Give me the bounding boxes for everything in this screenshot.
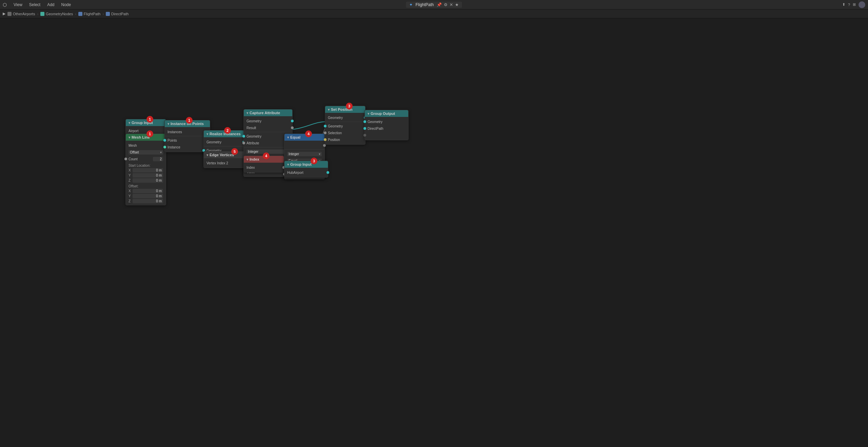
breadcrumb-label-4: DirectPath (111, 12, 129, 16)
upload-icon[interactable]: ⬆ (842, 2, 845, 7)
equal-integer-dropdown[interactable]: Integer (287, 152, 322, 156)
row-index-out: Index (244, 164, 284, 171)
badge-group-input-2: 3 (311, 158, 317, 164)
node-title-edge-vertices: Edge Vertices (210, 153, 234, 157)
socket-go-geom-in (363, 120, 366, 123)
socket-ca-result-out (291, 126, 294, 129)
badge-index: 4 (263, 153, 270, 159)
offset-dropdown[interactable]: Offset (129, 150, 163, 155)
settings-icon[interactable]: ⚙ (444, 2, 448, 7)
node-mesh-line[interactable]: ▾ Mesh Line Mesh Offset Count 2 Start Lo… (125, 134, 166, 205)
socket-ca-geom-out (291, 120, 294, 122)
socket-go-extra (363, 134, 366, 137)
node-row-airport: Airport (126, 127, 166, 134)
user-icon[interactable] (859, 1, 865, 8)
help-icon[interactable]: ? (848, 3, 850, 7)
breadcrumb-geometry-nodes[interactable]: GeometryNodes (40, 12, 73, 16)
nav-icon: ▶ (3, 12, 5, 16)
node-header-mesh-line: ▾ Mesh Line (126, 134, 166, 141)
badge-instance-on-points: 1 (186, 117, 193, 124)
socket-points-in (163, 139, 166, 142)
layout-icon[interactable]: ⊞ (853, 2, 856, 7)
close-icon[interactable]: ✕ (450, 2, 453, 7)
start-z-val[interactable]: 0 m (133, 178, 163, 183)
socket-sp-geom-in (324, 125, 327, 127)
node-body-index: Index (244, 163, 284, 172)
socket-ca-geom-in (242, 135, 245, 138)
row-sp-geom-out: Geometry (325, 114, 365, 121)
breadcrumb-bar: ▶ OtherAirports › GeometryNodes › Flight… (0, 9, 868, 18)
top-bar-right: ⬆ ? ⊞ (842, 1, 865, 8)
row-ca-result-out: Result (244, 124, 292, 131)
node-header-capture-attribute: ▾ Capture Attribute (244, 109, 292, 116)
node-edge-vertices[interactable]: ▾ Edge Vertices Vertex Index 2 (203, 151, 248, 168)
node-group-input-2[interactable]: ▾ Group Input HubAirport (284, 161, 328, 178)
top-bar: ⬡ View Select Add Node ✦ FlightPath 📌 ⚙ … (0, 0, 868, 9)
menu-view[interactable]: View (12, 2, 24, 8)
start-location-section: Start Location: (126, 162, 166, 168)
star-icon[interactable]: ★ (455, 2, 459, 7)
row-geom-out: Geometry (204, 139, 244, 145)
menu-node[interactable]: Node (60, 2, 73, 8)
socket-go-directpath-in (363, 127, 366, 130)
offset-z-row: Z 0 m (126, 199, 166, 204)
mesh-icon (7, 12, 12, 16)
badge-edge-vertices: 5 (231, 148, 238, 155)
offset-y-val[interactable]: 0 m (133, 194, 163, 198)
node-canvas[interactable]: ▾ Group Input Airport 1 ▾ Mesh Line Mesh… (0, 18, 868, 447)
row-sp-pos-in: Position (325, 136, 365, 143)
menu-add[interactable]: Add (46, 2, 56, 8)
data-icon-2 (106, 12, 110, 16)
start-y-row: Y 0 m (126, 173, 166, 178)
row-hubairport-out: HubAirport (284, 169, 328, 176)
row-go-geom-in: Geometry (365, 118, 408, 125)
row-go-extra (365, 132, 408, 139)
row-ca-geom-out: Geometry (244, 118, 292, 124)
start-x-val[interactable]: 0 m (133, 168, 163, 172)
row-sp-sel-in: Selection (325, 129, 365, 136)
title-icon: ✦ (409, 2, 413, 7)
row-equal-out (284, 142, 324, 149)
start-y-val[interactable]: 0 m (133, 173, 163, 178)
node-header-group-output: ▾ Group Output (365, 110, 408, 117)
blender-logo[interactable]: ⬡ (3, 2, 7, 7)
offset-z-val[interactable]: 0 m (133, 199, 163, 203)
node-header-edge-vertices: ▾ Edge Vertices (204, 151, 247, 158)
socket-hubairport-out (327, 171, 329, 174)
offset-x-row: X 0 m (126, 188, 166, 194)
node-row-count: Count 2 (126, 156, 166, 162)
breadcrumb-sep-1: › (37, 12, 38, 16)
nodes-icon (40, 12, 44, 16)
breadcrumb-directpath[interactable]: DirectPath (106, 12, 129, 16)
node-row-mesh-out: Mesh (126, 142, 166, 149)
node-body-group-output: Geometry DirectPath (365, 117, 408, 140)
badge-group-input-1: 1 (146, 116, 153, 123)
socket-instance-in (163, 146, 166, 148)
breadcrumb-other-airports[interactable]: OtherAirports (7, 12, 35, 16)
badge-realize-instances: 2 (224, 127, 231, 134)
node-title-index: Index (250, 157, 259, 161)
socket-count-in (124, 158, 127, 160)
row-sp-geom-in: Geometry (325, 123, 365, 129)
window-title: FlightPath (415, 2, 434, 7)
node-header-group-input-2: ▾ Group Input (284, 161, 328, 168)
offset-y-row: Y 0 m (126, 194, 166, 199)
offset-x-val[interactable]: 0 m (133, 189, 163, 193)
title-bar: ✦ FlightPath 📌 ⚙ ✕ ★ (406, 2, 462, 8)
offset-section: Offset: (126, 183, 166, 188)
pin-icon[interactable]: 📌 (437, 2, 442, 7)
breadcrumb-label-1: OtherAirports (13, 12, 35, 16)
node-header-equal: ▾ Equal (284, 134, 324, 141)
node-header-set-position: ▾ Set Position (325, 106, 365, 113)
node-set-position[interactable]: ▾ Set Position Geometry Geometry Selecti… (325, 106, 366, 145)
count-value[interactable]: 2 (153, 157, 163, 161)
row-equal-integer[interactable]: Integer (284, 150, 324, 157)
badge-equal: 4 (305, 130, 312, 137)
breadcrumb-sep-3: › (102, 12, 104, 16)
menu-select[interactable]: Select (28, 2, 42, 8)
breadcrumb-label-2: GeometryNodes (46, 12, 73, 16)
node-body-edge-vertices: Vertex Index 2 (204, 158, 247, 168)
breadcrumb-flightpath[interactable]: FlightPath (78, 12, 101, 16)
node-group-output[interactable]: ▾ Group Output Geometry DirectPath (364, 110, 409, 140)
node-row-offset-dropdown[interactable]: Offset (126, 149, 166, 156)
